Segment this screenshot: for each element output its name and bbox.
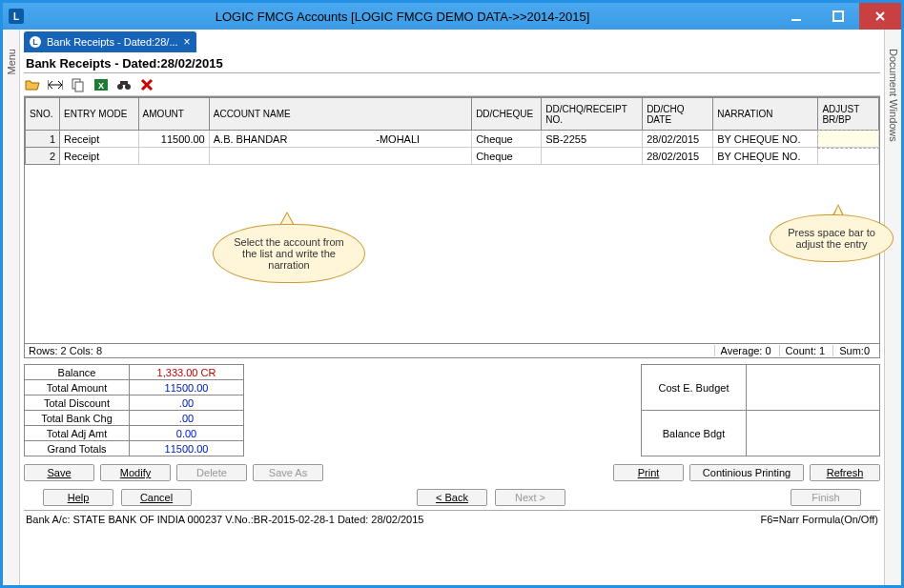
finish-button: Finish (791, 489, 861, 506)
total-bank-chg-label: Total Bank Chg (25, 411, 130, 426)
total-bank-chg-value: .00 (130, 411, 244, 426)
refresh-button[interactable]: Refresh (810, 464, 880, 481)
minimize-button[interactable] (775, 3, 817, 30)
body-area: Menu L Bank Receipts - Dated:28/... × Ba… (3, 30, 901, 585)
document-tab-active[interactable]: L Bank Receipts - Dated:28/... × (24, 31, 196, 52)
grand-totals-label: Grand Totals (25, 441, 130, 456)
back-button[interactable]: < Back (417, 489, 487, 506)
col-dd-cheque[interactable]: DD/CHEQUE (472, 98, 542, 131)
summary-table-right: Cost E. Budget Balance Bdgt (641, 364, 880, 456)
cell-entry-mode[interactable]: Receipt (60, 131, 139, 148)
balance-bdgt-label: Balance Bdgt (642, 411, 747, 456)
cell-entry-mode[interactable]: Receipt (60, 148, 139, 165)
sum-label: Sum:0 (832, 345, 875, 356)
total-adj-amt-label: Total Adj Amt (25, 426, 130, 441)
fit-button[interactable] (47, 76, 64, 93)
status-right: F6=Narr Formula(On/Off) (760, 514, 878, 525)
data-grid[interactable]: SNO. ENTRY MODE AMOUNT ACCOUNT NAME DD/C… (25, 97, 879, 165)
find-button[interactable] (115, 76, 133, 93)
col-entry-mode[interactable]: ENTRY MODE (60, 98, 139, 131)
svg-rect-1 (833, 11, 843, 21)
cell-dd-cheque[interactable]: Cheque (472, 131, 542, 148)
callout-account-narration: Select the account from the list and wri… (213, 224, 365, 283)
rows-cols-label: Rows: 2 Cols: 8 (29, 345, 714, 356)
total-adj-amt-value: 0.00 (130, 426, 244, 441)
col-sno[interactable]: SNO. (26, 98, 60, 131)
callout-adjust-entry: Press space bar to adjust the entry (770, 214, 894, 262)
menu-label: Menu (6, 49, 17, 75)
cell-dd-date[interactable]: 28/02/2015 (643, 131, 713, 148)
cell-amount[interactable]: 11500.00 (138, 131, 209, 148)
table-row[interactable]: 2 Receipt Cheque 28/02/2015 BY CHEQUE NO… (26, 148, 879, 165)
title-bar: L LOGIC FMCG Accounts [LOGIC FMCG DEMO D… (3, 3, 901, 30)
col-receipt-no[interactable]: DD/CHQ/RECEIPT NO. (542, 98, 643, 131)
col-narration[interactable]: NARRATION (713, 98, 818, 131)
cancel-button[interactable]: Cancel (121, 489, 192, 506)
grand-totals-value: 11500.00 (130, 441, 244, 456)
binoculars-icon (116, 77, 132, 92)
cell-sno[interactable]: 2 (26, 148, 60, 165)
col-account-name[interactable]: ACCOUNT NAME (209, 98, 471, 131)
app-icon: L (9, 9, 24, 24)
cell-receipt-no[interactable]: SB-2255 (542, 131, 643, 148)
cell-sno[interactable]: 1 (26, 131, 60, 148)
balance-bdgt-value (747, 411, 880, 456)
menu-side-tab[interactable]: Menu (3, 30, 20, 585)
total-discount-label: Total Discount (25, 395, 130, 411)
modify-button[interactable]: Modify (100, 464, 171, 481)
grid-footer: Rows: 2 Cols: 8 Average: 0 Count: 1 Sum:… (24, 344, 880, 358)
save-button[interactable]: Save (24, 464, 94, 481)
fit-width-icon (48, 78, 63, 91)
cell-narration[interactable]: BY CHEQUE NO. (713, 131, 818, 148)
save-as-button: Save As (253, 464, 323, 481)
col-amount[interactable]: AMOUNT (138, 98, 209, 131)
cell-dd-date[interactable]: 28/02/2015 (643, 148, 713, 165)
folder-open-icon (25, 77, 40, 92)
open-button[interactable] (24, 76, 41, 93)
svg-rect-3 (75, 82, 83, 91)
page-title: Bank Receipts - Dated:28/02/2015 (24, 52, 880, 73)
header-row: SNO. ENTRY MODE AMOUNT ACCOUNT NAME DD/C… (26, 98, 879, 131)
close-icon (874, 10, 886, 22)
total-amount-value: 11500.00 (130, 380, 244, 395)
cell-narration[interactable]: BY CHEQUE NO. (713, 148, 818, 165)
cell-dd-cheque[interactable]: Cheque (472, 148, 542, 165)
print-button[interactable]: Print (613, 464, 684, 481)
tab-app-icon: L (30, 36, 41, 48)
doc-windows-label: Document Windows (888, 49, 899, 142)
col-dd-date[interactable]: DD/CHQ DATE (643, 98, 713, 131)
tab-close-icon[interactable]: × (184, 35, 191, 49)
close-button[interactable] (859, 3, 901, 30)
cell-receipt-no[interactable] (542, 148, 643, 165)
excel-button[interactable]: X (92, 76, 110, 93)
cell-adjust[interactable] (818, 148, 879, 165)
grid-container[interactable]: SNO. ENTRY MODE AMOUNT ACCOUNT NAME DD/C… (24, 96, 880, 344)
copy-button[interactable] (70, 76, 87, 93)
app-window: L LOGIC FMCG Accounts [LOGIC FMCG DEMO D… (0, 0, 904, 588)
delete-row-button[interactable] (138, 76, 155, 93)
tab-label: Bank Receipts - Dated:28/... (47, 36, 178, 48)
document-windows-side-tab[interactable]: Document Windows (884, 30, 901, 585)
window-controls (775, 3, 901, 30)
count-label: Count: 1 (779, 345, 832, 356)
toolbar: X (24, 73, 880, 96)
average-label: Average: 0 (714, 345, 777, 356)
document-tabs: L Bank Receipts - Dated:28/... × (24, 31, 880, 52)
main-panel: L Bank Receipts - Dated:28/... × Bank Re… (20, 30, 884, 585)
action-button-row: Save Modify Delete Save As Print Contini… (24, 464, 880, 481)
help-button[interactable]: Help (43, 489, 113, 506)
cell-account-name[interactable] (209, 148, 471, 165)
maximize-button[interactable] (817, 3, 859, 30)
col-adjust[interactable]: ADJUST BR/BP (818, 98, 879, 131)
table-row[interactable]: 1 Receipt 11500.00 A.B. BHANDAR-MOHALI C… (26, 131, 879, 148)
nav-button-row: Help Cancel < Back Next > Finish (24, 489, 880, 506)
continuous-printing-button[interactable]: Continious Printing (689, 464, 804, 481)
status-left: Bank A/c: STATE BANK OF INDIA 000237 V.N… (26, 514, 423, 525)
cell-account-name[interactable]: A.B. BHANDAR-MOHALI (209, 131, 471, 148)
status-bar: Bank A/c: STATE BANK OF INDIA 000237 V.N… (24, 510, 880, 527)
balance-value: 1,333.00 CR (130, 365, 244, 380)
summary-area: Balance1,333.00 CR Total Amount11500.00 … (24, 364, 880, 456)
summary-table-left: Balance1,333.00 CR Total Amount11500.00 … (24, 364, 244, 456)
cell-amount[interactable] (138, 148, 209, 165)
cell-adjust-active[interactable] (818, 131, 879, 148)
